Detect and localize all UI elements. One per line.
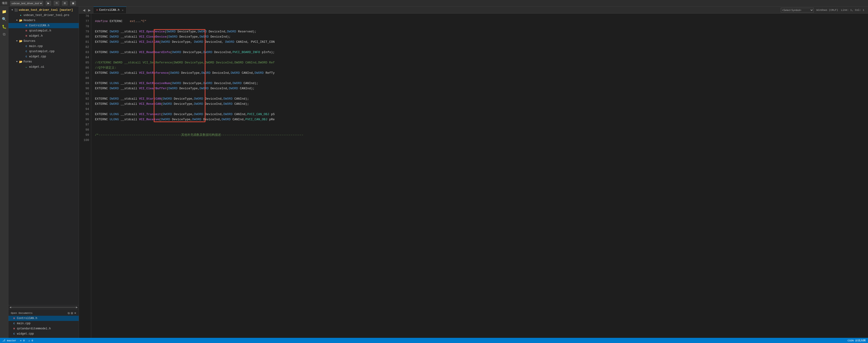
open-doc-label-4: widget.cpp — [17, 332, 34, 336]
tree-widget-cpp-label: widget.cpp — [29, 55, 46, 58]
open-doc-icon-2: C — [12, 322, 16, 325]
tree-headers-folder[interactable]: ▼ 📂 Headers — [8, 18, 79, 23]
cpp-file-icon-1: C — [25, 44, 28, 48]
tab-nav-back[interactable]: ◀ — [82, 8, 86, 12]
sidebar-scroll-left[interactable]: ◀ — [9, 306, 11, 309]
activity-files-icon[interactable]: 📁 — [1, 8, 7, 15]
open-doc-icon-1: H — [12, 316, 16, 320]
status-info: CSDN 好高兴啊 — [847, 339, 866, 342]
code-line-84 — [95, 55, 868, 60]
h-file-icon-1: H — [25, 24, 28, 28]
open-docs-label: Open Documents — [11, 312, 32, 315]
tree-headers-label: Headers — [24, 19, 35, 22]
tab-label: ControlCAN.h — [99, 8, 119, 12]
tree-project-root[interactable]: ▼ ⬛ usbcan_test_driver_tool [master] — [8, 7, 79, 13]
toolbar-btn-2[interactable]: ⟲ — [54, 1, 59, 5]
open-doc-controlcan[interactable]: H ControlCAN.h — [8, 316, 79, 321]
project-label: 项目 — [2, 1, 7, 5]
tree-forms-folder[interactable]: ▼ 📂 Forms — [8, 59, 79, 64]
tree-pro-label: usbcan_test_driver_tool.pro — [24, 13, 69, 17]
tab-controlcan-h[interactable]: H ControlCAN.h ✕ — [94, 7, 126, 13]
open-docs-add-btn[interactable]: ⊞ — [71, 312, 73, 315]
position-label: Line: 1, Col: 1 — [841, 9, 864, 11]
status-warnings: ⚠ 0 — [28, 339, 33, 342]
tree-arrow-root: ▼ — [10, 8, 14, 12]
tree-controlcan-h[interactable]: H ControlCAN.h — [8, 23, 79, 28]
open-docs-close-btn[interactable]: ✕ — [74, 312, 76, 315]
activity-debug-icon[interactable]: 🐛 — [1, 24, 7, 30]
h-file-icon-3: H — [25, 34, 28, 38]
project-icon: ⬛ — [14, 8, 18, 12]
tree-main-cpp[interactable]: C main.cpp — [8, 44, 79, 49]
code-line-79: EXTERNC DWORD __stdcall VCI_OpenDevice(D… — [95, 29, 868, 34]
tree-arrow-forms: ▼ — [15, 60, 19, 64]
tab-nav-forward[interactable]: ▶ — [87, 8, 92, 12]
open-doc-qstandarditem[interactable]: H qstandarditemmodel.h — [8, 326, 79, 331]
code-line-89: EXTERNC ULONG __stdcall VCI_GetReceiveNu… — [95, 81, 868, 86]
activity-extensions-icon[interactable]: ⧉ — [1, 31, 7, 38]
code-line-98 — [95, 127, 868, 132]
open-doc-widget-cpp[interactable]: C widget.cpp — [8, 331, 79, 336]
status-errors: ✕ 0 — [20, 339, 25, 342]
tab-close-btn[interactable]: ✕ — [122, 9, 123, 12]
code-container: 7677787980818283848586878889909192939495… — [79, 13, 868, 338]
code-line-95: EXTERNC ULONG __stdcall VCI_Transmit(DWO… — [95, 112, 868, 117]
code-line-81: EXTERNC DWORD __stdcall VCI_InitCAN(DWOR… — [95, 39, 868, 44]
forms-folder-icon: 📂 — [19, 60, 23, 64]
toolbar-btn-1[interactable]: ▶ — [46, 1, 51, 5]
tree-widget-h-label: widget.h — [29, 34, 43, 38]
open-doc-icon-3: H — [12, 327, 16, 331]
tree-qcustomplot-cpp-label: qcustomplot.cpp — [29, 50, 55, 53]
tree-project-label: usbcan_test_driver_tool [master] — [19, 8, 73, 12]
tree-widget-h[interactable]: H widget.h — [8, 33, 79, 38]
tree-widget-cpp[interactable]: C widget.cpp — [8, 54, 79, 59]
tree-sources-label: Sources — [24, 39, 35, 43]
sidebar-scroll-right[interactable]: ▶ — [76, 306, 78, 309]
ui-file-icon: ✏ — [25, 65, 28, 69]
tree-qcustomplot-h[interactable]: H qcustomplot.h — [8, 28, 79, 33]
file-tree: ▼ ⬛ usbcan_test_driver_tool [master] ▷ ●… — [8, 7, 79, 305]
tree-arrow-headers: ▼ — [15, 19, 19, 22]
tree-widget-ui-label: widget.ui — [29, 65, 44, 69]
headers-folder-icon: 📂 — [19, 19, 23, 22]
tree-forms-label: Forms — [24, 60, 32, 63]
status-branch: ⎇ master — [2, 339, 16, 342]
project-select[interactable]: usbcan_test_driver_tool — [10, 1, 43, 6]
code-line-97 — [95, 122, 868, 127]
code-line-92: EXTERNC DWORD __stdcall VCI_StartCAN(DWO… — [95, 96, 868, 101]
open-docs-split-btn[interactable]: ⧉ — [68, 312, 70, 315]
open-doc-icon-4: C — [12, 332, 16, 336]
top-toolbar: 项目 usbcan_test_driver_tool ▶ ⟲ ⊞ ▣ — [0, 0, 868, 7]
toolbar-btn-4[interactable]: ▣ — [70, 1, 76, 5]
code-line-80: EXTERNC DWORD __stdcall VCI_CloseDevice(… — [95, 34, 868, 39]
editor-area: ◀ ▶ H ControlCAN.h ✕ <Select Symbol> Win… — [79, 7, 868, 338]
tree-widget-ui[interactable]: ✏ widget.ui — [8, 64, 79, 69]
tree-sources-folder[interactable]: ▼ 📂 Sources — [8, 38, 79, 44]
code-line-100 — [95, 138, 868, 143]
code-line-88 — [95, 76, 868, 81]
tree-qcustomplot-cpp[interactable]: C qcustomplot.cpp — [8, 49, 79, 54]
code-line-91 — [95, 91, 868, 96]
code-line-96: EXTERNC ULONG __stdcall VCI_Receive(DWOR… — [95, 117, 868, 122]
tree-main-cpp-label: main.cpp — [29, 44, 43, 48]
open-doc-label-1: ControlCAN.h — [17, 317, 37, 320]
code-line-99: /*--------------------------------------… — [95, 132, 868, 138]
code-line-76 — [95, 13, 868, 19]
code-editor[interactable]: #define EXTERNC ext..."C" EXTERNC DWORD … — [91, 13, 868, 338]
toolbar-btn-3[interactable]: ⊞ — [62, 1, 67, 5]
sources-folder-icon: 📂 — [19, 39, 23, 43]
open-doc-label-3: qstandarditemmodel.h — [17, 327, 51, 330]
open-documents-section: Open Documents ⧉ ⊞ ✕ H ControlCAN.h C ma… — [8, 309, 79, 338]
cpp-file-icon-2: C — [25, 50, 28, 53]
code-line-85: //EXTERNC DWORD __stdcall VCI_SetReferen… — [95, 60, 868, 65]
tree-qcustomplot-h-label: qcustomplot.h — [29, 29, 51, 32]
encoding-label: Windows (CRLF) — [816, 9, 838, 11]
symbol-select[interactable]: <Select Symbol> — [781, 8, 814, 12]
open-doc-main[interactable]: C main.cpp — [8, 321, 79, 326]
code-line-87: EXTERNC DWORD __stdcall VCI_SetReference… — [95, 70, 868, 76]
open-doc-label-2: main.cpp — [17, 322, 31, 325]
status-bar: ⎇ master ✕ 0 ⚠ 0 CSDN 好高兴啊 — [0, 338, 868, 343]
activity-search-icon[interactable]: 🔍 — [1, 16, 7, 23]
tree-pro-file[interactable]: ▷ ● usbcan_test_driver_tool.pro — [8, 13, 79, 18]
line-numbers: 7677787980818283848586878889909192939495… — [79, 13, 91, 338]
